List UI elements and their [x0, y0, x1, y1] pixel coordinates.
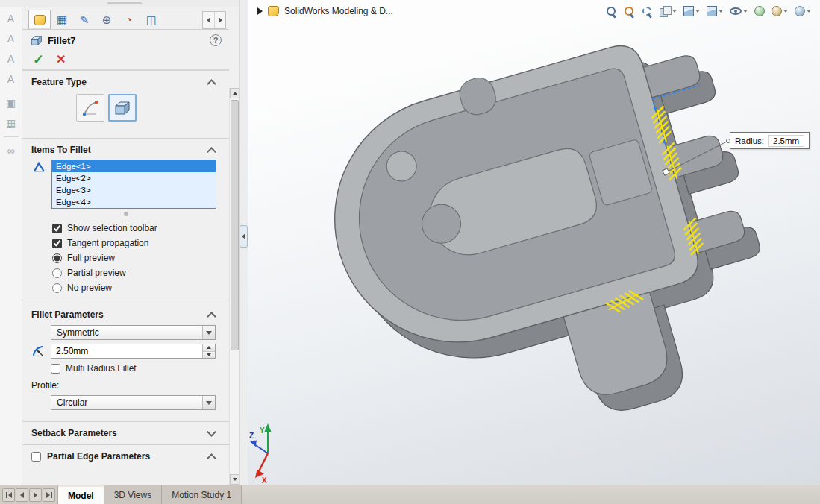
partial-preview-radio[interactable] — [52, 268, 62, 278]
radius-spinner — [202, 344, 215, 358]
next-tab-button[interactable] — [29, 488, 42, 502]
property-manager-panel: ▦ ✎ ⊕ ◔ ◫ Fillet7 ? ✓ ✕ Fe — [22, 7, 229, 485]
spinner-up-button[interactable] — [203, 344, 215, 352]
tangent-propagation-checkbox[interactable] — [52, 239, 62, 248]
configurationmanager-tab[interactable]: ▦ — [51, 10, 73, 29]
view-orientation-button[interactable] — [683, 6, 700, 16]
chevron-down-icon — [206, 331, 212, 335]
solidworks-window: A A A A ▣ ▦ ∞ ▦ ✎ ⊕ ◔ ◫ Fill — [0, 0, 820, 504]
apply-scene-button[interactable] — [772, 6, 788, 16]
propertymanager-tab[interactable] — [28, 10, 51, 29]
show-selection-toolbar-checkbox[interactable] — [52, 224, 62, 233]
chevron-up-icon[interactable] — [207, 452, 216, 461]
chevron-up-icon[interactable] — [207, 145, 216, 154]
dropdown-button[interactable] — [202, 326, 215, 339]
symmetry-dropdown[interactable]: Symmetric — [51, 325, 216, 340]
previous-tab-button[interactable] — [16, 488, 28, 502]
balloon-annotation-icon[interactable]: A — [2, 50, 20, 68]
zoom-to-area-button[interactable] — [624, 6, 635, 17]
toolbar-divider — [4, 136, 19, 137]
weldment-table-icon[interactable]: ▦ — [2, 114, 20, 132]
tab-motion-study-1[interactable]: Motion Study 1 — [162, 485, 242, 504]
sensors-tab[interactable]: ⊕ — [96, 10, 118, 29]
view-settings-button[interactable] — [795, 6, 811, 16]
section-label: Feature Type — [31, 77, 87, 87]
left-arrow-icon — [20, 492, 24, 498]
no-preview-radio[interactable] — [52, 283, 62, 293]
feature-type-header[interactable]: Feature Type — [22, 75, 229, 89]
manual-fillet-button[interactable] — [76, 94, 104, 122]
filletxpert-button[interactable] — [108, 94, 137, 122]
edges-selection-icon — [33, 161, 46, 174]
edge-list-item[interactable]: Edge<2> — [52, 172, 216, 184]
toolbar-grip[interactable] — [107, 2, 142, 4]
displaymanager-tab[interactable]: ◔ — [118, 10, 140, 29]
taskpane-tab[interactable]: ◫ — [140, 10, 163, 29]
edge-list-item[interactable]: Edge<1> — [52, 160, 216, 172]
tab-scroll-right-button[interactable] — [214, 12, 225, 28]
show-selection-toolbar-option[interactable]: Show selection toolbar — [22, 221, 229, 236]
link-icon[interactable]: ∞ — [2, 142, 20, 160]
panel-collapse-button[interactable] — [240, 225, 248, 248]
up-arrow-icon — [233, 92, 237, 95]
edge-list-item[interactable]: Edge<4> — [52, 196, 216, 208]
tab-scroll-left-button[interactable] — [203, 12, 214, 28]
chevron-down-icon[interactable] — [207, 429, 216, 438]
profile-dropdown[interactable]: Circular — [51, 395, 216, 410]
setback-parameters-header[interactable]: Setback Parameters — [22, 426, 229, 440]
tab-3d-views[interactable]: 3D Views — [104, 485, 162, 504]
section-view-button[interactable] — [660, 6, 677, 16]
multi-radius-checkbox[interactable] — [51, 364, 60, 374]
panel-scrollbar[interactable] — [229, 88, 239, 485]
datum-annotation-icon[interactable]: A — [2, 70, 20, 88]
spellcheck-annotation-icon[interactable]: A — [2, 10, 20, 28]
previous-view-button[interactable] — [642, 6, 653, 17]
breadcrumb-expand-icon[interactable] — [257, 7, 263, 15]
edit-appearance-button[interactable] — [754, 6, 765, 16]
tangent-propagation-option[interactable]: Tangent propagation — [22, 236, 229, 251]
commandmanager-icon[interactable] — [268, 6, 279, 16]
partial-preview-option[interactable]: Partial preview — [22, 265, 229, 280]
partial-edge-parameters-header[interactable]: Partial Edge Parameters — [22, 449, 229, 463]
down-arrow-icon — [233, 478, 237, 481]
breadcrumb[interactable]: SolidWorks Modeling & D... — [284, 6, 393, 16]
display-style-button[interactable] — [707, 6, 723, 16]
zoom-to-fit-button[interactable] — [606, 6, 617, 17]
dimxpertmanager-tab[interactable]: ✎ — [73, 10, 96, 29]
tab-navigation — [0, 485, 58, 504]
chevron-down-icon — [695, 10, 700, 13]
fillet-parameters-header[interactable]: Fillet Parameters — [22, 307, 229, 321]
cancel-button[interactable]: ✕ — [56, 54, 66, 66]
scene-ball-icon — [772, 6, 782, 16]
ok-button[interactable]: ✓ — [33, 53, 44, 66]
full-preview-option[interactable]: Full preview — [22, 251, 229, 265]
edge-selection-listbox[interactable]: Edge<1> Edge<2> Edge<3> Edge<4> — [51, 160, 216, 209]
chevron-up-icon[interactable] — [207, 310, 216, 319]
callout-value[interactable]: 2.5mm — [768, 135, 804, 147]
no-preview-option[interactable]: No preview — [22, 280, 229, 295]
displaymanager-icon: ◔ — [125, 13, 132, 26]
listbox-resize-handle[interactable] — [124, 212, 128, 216]
part-model[interactable]: Y Z X — [248, 0, 820, 485]
multi-radius-option[interactable]: Multi Radius Fillet — [22, 361, 229, 376]
note-annotation-icon[interactable]: A — [2, 30, 20, 48]
full-preview-radio[interactable] — [52, 253, 62, 263]
radius-input[interactable] — [51, 344, 215, 358]
edge-list-item[interactable]: Edge<3> — [52, 184, 216, 196]
radius-input-wrap — [51, 344, 216, 359]
orientation-triad[interactable]: Y Z X — [249, 423, 272, 485]
graphics-viewport[interactable]: SolidWorks Modeling & D... — [248, 0, 820, 485]
partial-edge-checkbox[interactable] — [31, 452, 41, 462]
picture-icon[interactable]: ▣ — [2, 94, 20, 112]
chevron-up-icon[interactable] — [207, 78, 216, 86]
up-arrow-icon — [207, 346, 211, 349]
items-to-fillet-header[interactable]: Items To Fillet — [22, 142, 229, 157]
hide-show-items-button[interactable] — [730, 7, 748, 15]
last-tab-button[interactable] — [43, 488, 55, 502]
dropdown-button[interactable] — [202, 396, 215, 409]
first-tab-button[interactable] — [2, 488, 15, 502]
tab-model[interactable]: Model — [58, 485, 104, 504]
help-button[interactable]: ? — [210, 34, 222, 46]
spinner-down-button[interactable] — [203, 352, 215, 359]
scrollbar-thumb[interactable] — [231, 100, 239, 350]
